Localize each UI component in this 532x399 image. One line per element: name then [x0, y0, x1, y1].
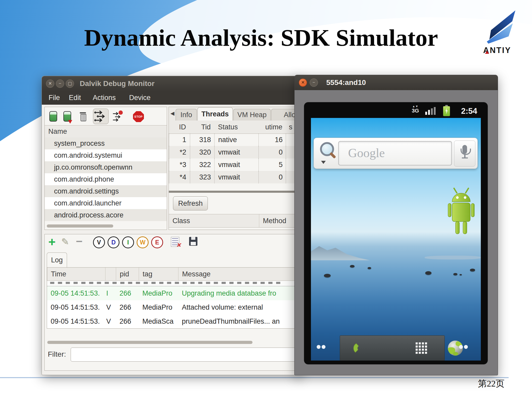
- tab-vm-heap[interactable]: VM Heap: [233, 109, 271, 121]
- phone-app-icon[interactable]: [352, 342, 364, 354]
- col-tid[interactable]: Tid: [190, 121, 211, 134]
- tab-log[interactable]: Log: [47, 252, 67, 268]
- thread-row[interactable]: *4 323 vmwait 0: [169, 171, 302, 183]
- process-row[interactable]: android.process.acore: [45, 209, 167, 221]
- thread-updates-icon: [94, 109, 108, 124]
- ddms-menubar: File Edit Actions Device: [42, 91, 302, 105]
- stop-icon[interactable]: STOP: [133, 111, 144, 122]
- process-row[interactable]: com.android.systemui: [45, 149, 167, 161]
- col-utime[interactable]: utime: [258, 121, 282, 134]
- antiy-logo-icon: [483, 9, 523, 45]
- android-robot-icon[interactable]: [447, 186, 475, 239]
- log-level-verbose-icon[interactable]: V: [93, 236, 105, 248]
- cell-message: pruneDeadThumbnailFiles... an: [182, 314, 297, 328]
- col-message[interactable]: Message: [178, 268, 260, 281]
- slide: Dynamic Analysis: SDK Simulator ANTIY ✕ …: [0, 0, 532, 399]
- emulator-titlebar[interactable]: ✕ − 5554:and10: [295, 75, 498, 90]
- process-list-header[interactable]: Name: [45, 125, 167, 138]
- process-row[interactable]: com.android.settings: [45, 185, 167, 197]
- cell-level: I: [106, 286, 115, 300]
- log-level-info-icon[interactable]: I: [122, 236, 134, 248]
- thread-row[interactable]: 1 318 native 16: [169, 134, 302, 146]
- menu-actions[interactable]: Actions: [93, 94, 116, 102]
- threads-panel: ◀ Info Threads VM Heap Allo ID Tid Statu…: [169, 107, 302, 230]
- cell-message: Upgrading media database fro: [182, 286, 297, 300]
- search-icon[interactable]: [318, 141, 338, 166]
- col-class[interactable]: Class: [172, 214, 250, 227]
- tab-scroll-left-icon[interactable]: ◀: [170, 110, 174, 116]
- page-indicator-right[interactable]: [459, 345, 468, 349]
- add-filter-icon[interactable]: +: [48, 235, 56, 249]
- cell-utime: 0: [258, 171, 283, 183]
- col-level[interactable]: [105, 268, 116, 281]
- device-pull-icon[interactable]: [63, 111, 71, 122]
- process-list-hscrollbar[interactable]: [47, 224, 113, 228]
- cell-level: V: [106, 300, 115, 314]
- log-level-debug-icon[interactable]: D: [108, 236, 119, 248]
- signal-bars-icon: [425, 107, 436, 115]
- trash-icon[interactable]: [79, 112, 86, 121]
- thread-stop-updates-button[interactable]: [111, 110, 123, 122]
- col-pid[interactable]: pid: [116, 268, 139, 281]
- menu-file[interactable]: File: [49, 94, 60, 102]
- home-screen[interactable]: Google: [311, 118, 481, 361]
- maximize-icon[interactable]: ▢: [66, 79, 74, 88]
- app-drawer-icon[interactable]: [416, 342, 418, 344]
- col-tag[interactable]: tag: [139, 268, 178, 281]
- log-row[interactable]: 09-05 14:51:53. V 266 MediaSca pruneDead…: [47, 314, 297, 328]
- charging-bolt-icon: [445, 108, 448, 114]
- cell-message: Attached volume: external: [182, 300, 297, 314]
- cell-time: 09-05 14:51:53.: [51, 314, 102, 328]
- cell-utime: 5: [258, 158, 283, 171]
- process-row[interactable]: com.android.launcher: [45, 197, 167, 209]
- save-log-icon[interactable]: [189, 237, 197, 246]
- log-row[interactable]: 09-05 14:51:53. I 266 MediaPro Upgrading…: [47, 286, 297, 300]
- chevron-down-icon[interactable]: [321, 161, 326, 164]
- cell-status: vmwait: [214, 171, 260, 183]
- network-3g-icon: ▲▼ 3G: [412, 105, 419, 114]
- menu-device[interactable]: Device: [129, 94, 151, 102]
- google-search-widget[interactable]: Google: [314, 138, 478, 169]
- remove-filter-icon[interactable]: −: [76, 235, 83, 248]
- voice-search-button[interactable]: [454, 141, 475, 167]
- panel-splitter[interactable]: [169, 191, 302, 193]
- thread-row[interactable]: *3 322 vmwait 5: [169, 158, 302, 171]
- google-search-input[interactable]: Google: [338, 141, 452, 165]
- clear-log-icon[interactable]: ✕: [171, 237, 179, 247]
- thread-updates-button[interactable]: [93, 109, 109, 124]
- minimize-icon[interactable]: −: [310, 78, 318, 87]
- cell-status: native: [214, 134, 260, 146]
- log-level-error-icon[interactable]: E: [151, 236, 163, 248]
- process-row[interactable]: system_process: [45, 137, 167, 149]
- rock: [368, 267, 371, 269]
- col-status[interactable]: Status: [218, 121, 257, 134]
- tab-threads[interactable]: Threads: [197, 107, 233, 121]
- cell-id: *3: [169, 158, 186, 171]
- ddms-window-title: Dalvik Debug Monitor: [80, 79, 155, 88]
- log-hscrollbar[interactable]: [47, 341, 252, 344]
- thread-row[interactable]: *2 320 vmwait 0: [169, 146, 302, 158]
- page-indicator-left[interactable]: [317, 345, 326, 349]
- minimize-icon[interactable]: −: [56, 79, 64, 88]
- col-id[interactable]: ID: [169, 121, 186, 134]
- filter-input[interactable]: [71, 348, 297, 362]
- device-icon[interactable]: [49, 111, 57, 122]
- log-row-clipped[interactable]: [47, 281, 297, 286]
- close-icon[interactable]: ✕: [299, 78, 307, 87]
- close-icon[interactable]: ✕: [46, 79, 54, 88]
- edit-filter-icon[interactable]: ✎: [61, 236, 69, 247]
- tab-info[interactable]: Info: [176, 109, 197, 121]
- ddms-titlebar[interactable]: ✕ − ▢ Dalvik Debug Monitor: [42, 76, 302, 91]
- distant-shore: [425, 256, 481, 260]
- process-row[interactable]: com.android.phone: [45, 173, 167, 185]
- log-level-warn-icon[interactable]: W: [137, 236, 149, 248]
- log-row[interactable]: 09-05 14:51:53. V 266 MediaPro Attached …: [47, 300, 297, 314]
- process-row[interactable]: jp.co.omronsoft.openwnn: [45, 161, 167, 173]
- menu-edit[interactable]: Edit: [69, 94, 81, 102]
- process-panel: STOP Name system_process com.android.sys…: [44, 107, 167, 230]
- filter-label: Filter:: [48, 350, 66, 358]
- refresh-button[interactable]: Refresh: [173, 196, 208, 210]
- profile-table-header: Class Method: [169, 214, 302, 228]
- emulator-window-title: 5554:and10: [326, 78, 366, 87]
- col-time[interactable]: Time: [47, 268, 105, 281]
